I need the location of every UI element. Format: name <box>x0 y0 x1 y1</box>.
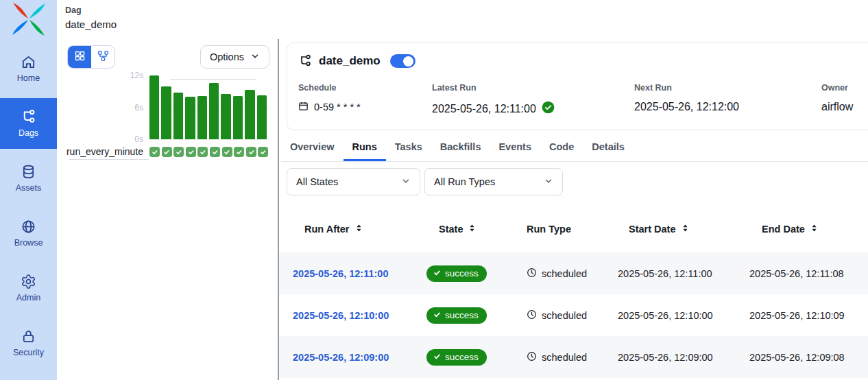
sidebar: HomeDagsAssetsBrowseAdminSecurity <box>0 0 57 380</box>
run-type-label: scheduled <box>542 352 587 363</box>
task-state-success[interactable] <box>173 147 184 157</box>
calendar-icon <box>298 101 309 113</box>
check-icon <box>236 146 243 158</box>
run-type: scheduled <box>527 268 587 280</box>
duration-bar[interactable] <box>245 90 254 139</box>
database-icon <box>21 164 36 180</box>
sidebar-item-assets[interactable]: Assets <box>0 156 57 201</box>
sidebar-item-label: Admin <box>16 293 40 302</box>
duration-bar[interactable] <box>173 93 183 139</box>
state-badge-label: success <box>445 352 479 362</box>
task-state-success[interactable] <box>186 147 196 157</box>
sidebar-item-dags[interactable]: Dags <box>0 98 57 149</box>
duration-bar[interactable] <box>257 95 267 139</box>
tab-runs[interactable]: Runs <box>343 139 386 161</box>
duration-bars <box>149 75 270 139</box>
end-date-cell: 2025-05-26, 12:11:08 <box>749 268 868 279</box>
task-state-success[interactable] <box>149 147 160 157</box>
sidebar-item-home[interactable]: Home <box>0 46 57 91</box>
duration-bar[interactable] <box>233 96 243 139</box>
runs-table-body: 2025-05-26, 12:11:00successscheduled2025… <box>279 252 868 378</box>
tab-backfills[interactable]: Backfills <box>431 139 490 161</box>
check-icon <box>212 146 219 158</box>
task-instance-states <box>149 147 268 157</box>
start-date-cell: 2025-05-26, 12:09:00 <box>603 352 749 363</box>
options-button[interactable]: Options <box>200 45 269 69</box>
table-row: 2025-05-26, 12:11:00successscheduled2025… <box>279 252 868 294</box>
run-after-link[interactable]: 2025-05-26, 12:10:00 <box>293 310 389 321</box>
task-state-success[interactable] <box>222 147 232 157</box>
column-header-state[interactable]: State <box>422 224 511 235</box>
tab-tasks[interactable]: Tasks <box>386 139 431 161</box>
meta-owner-value: airflow <box>821 101 868 113</box>
check-icon <box>163 146 170 158</box>
column-header-label: Run After <box>304 224 350 235</box>
task-state-success[interactable] <box>197 147 208 157</box>
check-icon <box>433 352 441 362</box>
table-row: 2025-05-26, 12:10:00successscheduled2025… <box>279 294 868 336</box>
task-state-success[interactable] <box>210 147 220 157</box>
task-state-success[interactable] <box>246 147 256 157</box>
task-state-success[interactable] <box>162 147 172 157</box>
check-icon <box>260 146 267 158</box>
sidebar-item-security[interactable]: Security <box>0 320 57 366</box>
run-type: scheduled <box>527 309 587 322</box>
task-state-success[interactable] <box>258 147 268 157</box>
check-icon <box>433 310 441 320</box>
meta-next-run: Next Run2025-05-26, 12:12:00 <box>634 83 821 117</box>
column-header-end-date[interactable]: End Date <box>749 224 868 235</box>
graph-icon <box>97 50 109 64</box>
tab-events[interactable]: Events <box>490 139 540 161</box>
run-after-link[interactable]: 2025-05-26, 12:11:00 <box>293 268 388 279</box>
task-state-success[interactable] <box>234 147 244 157</box>
meta-next-run-label: Next Run <box>634 83 821 93</box>
sidebar-item-label: Dags <box>19 128 38 138</box>
start-date: 2025-05-26, 12:11:00 <box>618 268 712 279</box>
tab-bar: OverviewRunsTasksBackfillsEventsCodeDeta… <box>281 139 868 162</box>
duration-bar[interactable] <box>197 96 207 139</box>
column-header-run-after[interactable]: Run After <box>287 224 422 235</box>
dag-icon <box>298 54 312 68</box>
duration-bar[interactable] <box>209 83 219 139</box>
run-type-filter-select[interactable]: All Run Types <box>424 168 563 195</box>
select-value: All Run Types <box>434 176 495 187</box>
sidebar-item-browse[interactable]: Browse <box>0 211 57 256</box>
column-header-label: Run Type <box>527 224 571 235</box>
grid-view-button[interactable] <box>68 46 91 68</box>
home-icon <box>21 54 36 70</box>
duration-bar[interactable] <box>149 75 159 139</box>
meta-schedule: Schedule0-59 * * * * <box>298 83 432 117</box>
state-badge-label: success <box>445 310 479 320</box>
table-row: 2025-05-26, 12:09:00successscheduled2025… <box>279 336 868 378</box>
state-badge: success <box>426 349 487 366</box>
grid-icon <box>74 50 86 64</box>
run-after-link[interactable]: 2025-05-26, 12:09:00 <box>293 352 389 363</box>
dag-detail-panel: date_demo Schedule0-59 * * * *Latest Run… <box>279 41 868 380</box>
dag-icon <box>21 109 36 125</box>
run-type-cell: scheduled <box>511 351 603 364</box>
sidebar-item-admin[interactable]: Admin <box>0 265 57 311</box>
state-filter-select[interactable]: All States <box>287 168 420 195</box>
duration-bar[interactable] <box>221 94 230 139</box>
duration-bar[interactable] <box>161 86 171 139</box>
meta-latest-run-label: Latest Run <box>432 83 634 93</box>
y-axis-tick: 12s <box>130 71 143 80</box>
run-type-cell: scheduled <box>511 268 603 280</box>
duration-bar[interactable] <box>185 97 195 139</box>
y-axis-tick: 0s <box>134 134 143 144</box>
select-value: All States <box>296 176 338 187</box>
meta-owner-text: airflow <box>821 101 853 113</box>
tab-code[interactable]: Code <box>540 139 583 161</box>
graph-view-button[interactable] <box>91 46 114 68</box>
column-header-label: End Date <box>762 224 805 235</box>
tab-overview[interactable]: Overview <box>281 139 343 161</box>
run-type-label: scheduled <box>542 310 587 321</box>
check-circle-icon <box>542 101 555 117</box>
run-after-cell: 2025-05-26, 12:11:00 <box>287 268 422 279</box>
run-type-cell: scheduled <box>511 309 603 322</box>
tab-details[interactable]: Details <box>583 139 634 161</box>
column-header-start-date[interactable]: Start Date <box>603 224 749 235</box>
run-after-cell: 2025-05-26, 12:09:00 <box>287 352 422 363</box>
sort-icon <box>354 224 363 235</box>
dag-pause-toggle[interactable] <box>390 54 415 68</box>
